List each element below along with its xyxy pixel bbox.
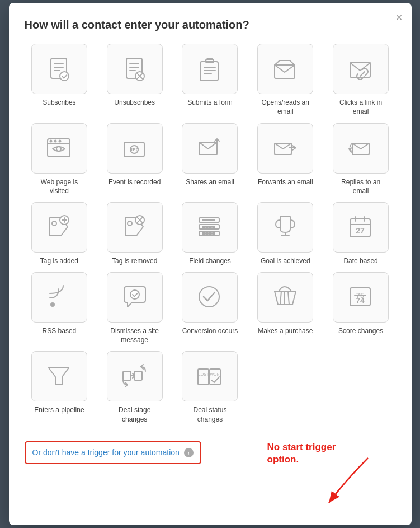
svg-point-62 [130, 290, 139, 299]
trigger-icon-makes-purchase [257, 272, 313, 323]
trigger-label-dismisses-site: Dismisses a site message [107, 326, 163, 344]
trigger-icon-opens-email [257, 44, 313, 94]
trigger-submits-form[interactable]: Submits a form [175, 44, 245, 116]
trigger-icon-field-changes [182, 202, 238, 253]
annotation-area: No start trigger option. [267, 441, 396, 508]
modal-title: How will a contact enter your automation… [25, 18, 396, 31]
trigger-label-opens-email: Opens/reads an email [257, 98, 313, 116]
trigger-grid: SubscribesUnsubscribesSubmits a formOpen… [25, 44, 396, 424]
close-button[interactable]: × [396, 12, 403, 23]
svg-text:LOST: LOST [199, 372, 209, 376]
svg-point-35 [128, 221, 132, 226]
trigger-label-tag-removed: Tag is removed [112, 256, 157, 265]
trigger-score-changes[interactable]: 7574Score changes [326, 272, 396, 344]
trigger-icon-rss-based [31, 272, 87, 323]
trigger-field-changes[interactable]: Field changes [175, 202, 245, 265]
modal-overlay: How will a contact enter your automation… [0, 0, 420, 528]
svg-text:74: 74 [356, 296, 365, 305]
divider [25, 433, 396, 433]
trigger-deal-stage[interactable]: Deal stage changes [100, 351, 169, 423]
svg-rect-72 [123, 371, 131, 380]
trigger-label-shares-email: Shares an email [186, 177, 234, 186]
trigger-label-tag-added: Tag is added [40, 256, 78, 265]
svg-point-31 [52, 221, 56, 226]
trigger-tag-added[interactable]: Tag is added [25, 202, 95, 265]
svg-point-61 [50, 302, 55, 307]
svg-point-63 [199, 287, 219, 307]
no-trigger-row[interactable]: Or don't have a trigger for your automat… [25, 441, 201, 464]
trigger-label-replies-email: Replies to an email [333, 177, 389, 195]
trigger-label-forwards-email: Forwards an email [258, 177, 313, 186]
trigger-label-score-changes: Score changes [338, 326, 383, 335]
svg-point-4 [60, 72, 69, 81]
trigger-webpage-visited[interactable]: Web page is visited [25, 123, 95, 195]
info-icon: i [184, 448, 194, 457]
trigger-icon-subscribes [31, 44, 87, 94]
trigger-label-deal-status: Deal status changes [182, 405, 238, 423]
trigger-label-subscribes: Subscribes [43, 98, 75, 107]
trigger-icon-dismisses-site [107, 272, 163, 323]
svg-point-22 [54, 139, 56, 142]
trigger-deal-status[interactable]: LOSTWONDeal status changes [175, 351, 245, 423]
trigger-icon-shares-email [182, 123, 238, 174]
trigger-label-deal-stage: Deal stage changes [107, 405, 163, 423]
trigger-rss-based[interactable]: RSS based [25, 272, 95, 344]
trigger-label-submits-form: Submits a form [187, 98, 233, 107]
trigger-label-date-based: Date based [343, 256, 377, 265]
svg-rect-46 [202, 226, 205, 228]
trigger-makes-purchase[interactable]: Makes a purchase [251, 272, 320, 344]
trigger-clicks-link[interactable]: Clicks a link in email [326, 44, 396, 116]
trigger-conversion[interactable]: Conversion occurs [175, 272, 245, 344]
trigger-icon-event-recorded: REC [107, 123, 163, 174]
trigger-unsubscribes[interactable]: Unsubscribes [100, 44, 169, 116]
trigger-label-goal-achieved: Goal is achieved [261, 256, 310, 265]
trigger-icon-score-changes: 7574 [333, 272, 389, 323]
svg-rect-73 [134, 371, 142, 380]
svg-rect-74 [198, 369, 209, 385]
trigger-goal-achieved[interactable]: Goal is achieved [251, 202, 320, 265]
trigger-icon-date-based: 27 [333, 202, 389, 253]
trigger-forwards-email[interactable]: Forwards an email [251, 123, 320, 195]
annotation-arrow [323, 447, 396, 508]
trigger-label-event-recorded: Event is recorded [108, 177, 161, 186]
trigger-date-based[interactable]: 27Date based [326, 202, 396, 265]
trigger-label-conversion: Conversion occurs [182, 326, 238, 335]
trigger-icon-webpage-visited [31, 123, 87, 174]
trigger-label-enters-pipeline: Enters a pipeline [34, 405, 84, 414]
svg-point-21 [49, 139, 52, 142]
trigger-enters-pipeline[interactable]: Enters a pipeline [25, 351, 95, 423]
trigger-label-rss-based: RSS based [43, 326, 77, 335]
trigger-icon-goal-achieved [257, 202, 313, 253]
trigger-icon-clicks-link [333, 44, 389, 94]
svg-rect-51 [205, 232, 209, 235]
trigger-label-clicks-link: Clicks a link in email [333, 98, 389, 116]
trigger-event-recorded[interactable]: RECEvent is recorded [100, 123, 169, 195]
svg-line-66 [288, 291, 289, 305]
trigger-icon-enters-pipeline [31, 351, 87, 401]
trigger-icon-tag-removed [107, 202, 163, 253]
trigger-shares-email[interactable]: Shares an email [175, 123, 245, 195]
trigger-icon-forwards-email [257, 123, 313, 174]
svg-text:27: 27 [356, 226, 365, 235]
svg-rect-42 [202, 219, 205, 221]
svg-rect-50 [202, 232, 205, 235]
trigger-icon-deal-stage [107, 351, 163, 401]
trigger-tag-removed[interactable]: Tag is removed [100, 202, 169, 265]
svg-rect-45 [212, 219, 215, 221]
trigger-replies-email[interactable]: Replies to an email [326, 123, 396, 195]
trigger-subscribes[interactable]: Subscribes [25, 44, 95, 116]
svg-rect-49 [212, 226, 215, 228]
svg-line-64 [280, 291, 281, 305]
svg-rect-44 [209, 219, 212, 221]
trigger-icon-unsubscribes [107, 44, 163, 94]
no-trigger-link[interactable]: Or don't have a trigger for your automat… [32, 448, 180, 457]
trigger-opens-email[interactable]: Opens/reads an email [251, 44, 320, 116]
svg-text:WON: WON [210, 372, 220, 376]
svg-rect-53 [212, 232, 215, 235]
trigger-dismisses-site[interactable]: Dismisses a site message [100, 272, 169, 344]
trigger-icon-conversion [182, 272, 238, 323]
svg-point-24 [56, 147, 61, 151]
trigger-label-webpage-visited: Web page is visited [31, 177, 87, 195]
svg-rect-52 [209, 232, 212, 235]
trigger-icon-submits-form [182, 44, 238, 94]
